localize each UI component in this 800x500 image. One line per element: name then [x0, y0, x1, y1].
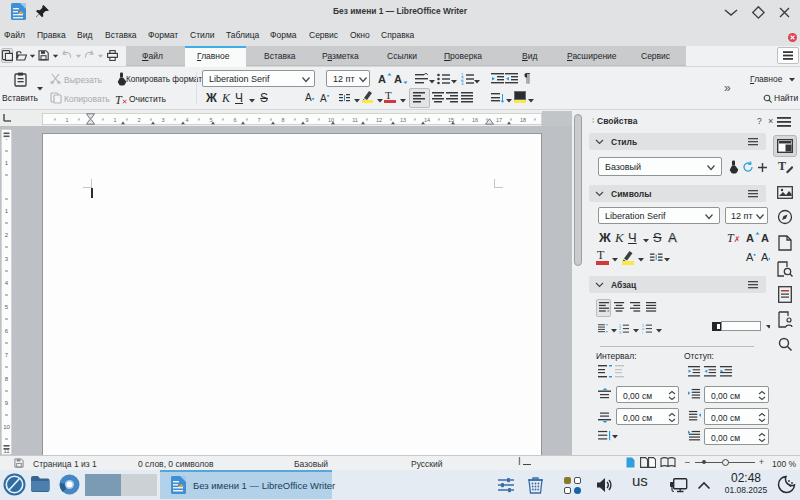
- svg-text:A: A: [761, 232, 769, 244]
- svg-text:10: 10: [328, 117, 334, 123]
- svg-text:6: 6: [233, 117, 236, 123]
- svg-text:14: 14: [424, 117, 430, 123]
- svg-text:5: 5: [209, 117, 212, 123]
- svg-text:3: 3: [619, 331, 621, 335]
- svg-text:1: 1: [65, 117, 68, 123]
- svg-text:A: A: [746, 232, 754, 244]
- svg-text:12: 12: [376, 117, 382, 123]
- svg-text:2: 2: [137, 117, 140, 123]
- svg-text:11: 11: [352, 117, 358, 123]
- svg-text:18: 18: [520, 117, 526, 123]
- svg-text:15: 15: [448, 117, 454, 123]
- svg-text:T: T: [778, 159, 786, 173]
- svg-text:3: 3: [461, 81, 464, 85]
- svg-text:A: A: [378, 73, 386, 85]
- svg-text:7: 7: [257, 117, 260, 123]
- svg-text:4: 4: [185, 117, 188, 123]
- svg-text:3: 3: [161, 117, 164, 123]
- svg-text:16: 16: [472, 117, 478, 123]
- svg-text:10: 10: [3, 424, 10, 430]
- svg-text:9: 9: [305, 117, 308, 123]
- svg-text:1: 1: [113, 117, 116, 123]
- svg-text:8: 8: [281, 117, 284, 123]
- svg-text:13: 13: [400, 117, 406, 123]
- svg-text:17: 17: [496, 117, 502, 123]
- svg-text:A: A: [394, 73, 402, 85]
